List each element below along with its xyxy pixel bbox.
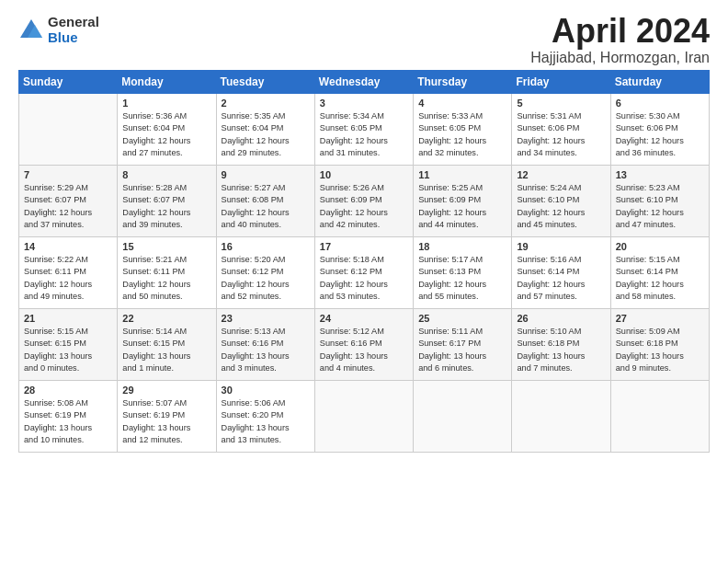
page: General Blue April 2024 Hajjiabad, Hormo… xyxy=(0,0,728,462)
col-header-monday: Monday xyxy=(118,71,216,94)
day-cell: 29Sunrise: 5:07 AMSunset: 6:19 PMDayligh… xyxy=(118,381,216,453)
day-number: 5 xyxy=(517,98,605,109)
week-row-3: 14Sunrise: 5:22 AMSunset: 6:11 PMDayligh… xyxy=(19,237,710,309)
header: General Blue April 2024 Hajjiabad, Hormo… xyxy=(18,15,710,66)
day-number: 9 xyxy=(222,169,310,180)
day-number: 16 xyxy=(222,241,310,252)
day-cell: 5Sunrise: 5:31 AMSunset: 6:06 PMDaylight… xyxy=(512,94,610,166)
day-info: Sunrise: 5:27 AMSunset: 6:08 PMDaylight:… xyxy=(222,182,310,231)
col-header-tuesday: Tuesday xyxy=(216,71,314,94)
day-info: Sunrise: 5:16 AMSunset: 6:14 PMDaylight:… xyxy=(517,254,605,303)
day-number: 21 xyxy=(24,313,112,324)
week-row-2: 7Sunrise: 5:29 AMSunset: 6:07 PMDaylight… xyxy=(19,166,710,237)
day-number: 24 xyxy=(320,313,408,324)
day-number: 25 xyxy=(418,313,506,324)
day-number: 20 xyxy=(616,241,704,252)
day-number: 7 xyxy=(24,169,112,180)
day-info: Sunrise: 5:18 AMSunset: 6:12 PMDaylight:… xyxy=(320,254,408,303)
day-number: 23 xyxy=(222,313,310,324)
day-info: Sunrise: 5:33 AMSunset: 6:05 PMDaylight:… xyxy=(418,110,506,159)
day-number: 8 xyxy=(122,169,210,180)
day-number: 17 xyxy=(320,241,408,252)
day-cell: 1Sunrise: 5:36 AMSunset: 6:04 PMDaylight… xyxy=(118,94,216,166)
day-info: Sunrise: 5:20 AMSunset: 6:12 PMDaylight:… xyxy=(222,254,310,303)
day-info: Sunrise: 5:15 AMSunset: 6:14 PMDaylight:… xyxy=(616,254,704,303)
day-cell: 19Sunrise: 5:16 AMSunset: 6:14 PMDayligh… xyxy=(512,237,610,309)
day-cell: 28Sunrise: 5:08 AMSunset: 6:19 PMDayligh… xyxy=(19,381,118,453)
day-number: 6 xyxy=(616,98,704,109)
day-info: Sunrise: 5:34 AMSunset: 6:05 PMDaylight:… xyxy=(320,110,408,159)
col-header-wednesday: Wednesday xyxy=(314,71,413,94)
logo-text: General Blue xyxy=(48,15,99,45)
day-cell: 13Sunrise: 5:23 AMSunset: 6:10 PMDayligh… xyxy=(610,166,709,237)
day-info: Sunrise: 5:23 AMSunset: 6:10 PMDaylight:… xyxy=(616,182,704,231)
header-row: SundayMondayTuesdayWednesdayThursdayFrid… xyxy=(19,71,710,94)
day-cell: 12Sunrise: 5:24 AMSunset: 6:10 PMDayligh… xyxy=(512,166,610,237)
day-cell: 2Sunrise: 5:35 AMSunset: 6:04 PMDaylight… xyxy=(216,94,314,166)
day-number: 15 xyxy=(122,241,210,252)
day-number: 19 xyxy=(517,241,605,252)
day-cell: 22Sunrise: 5:14 AMSunset: 6:15 PMDayligh… xyxy=(118,309,216,381)
day-number: 22 xyxy=(122,313,210,324)
day-info: Sunrise: 5:08 AMSunset: 6:19 PMDaylight:… xyxy=(24,397,112,446)
day-cell: 8Sunrise: 5:28 AMSunset: 6:07 PMDaylight… xyxy=(118,166,216,237)
day-info: Sunrise: 5:31 AMSunset: 6:06 PMDaylight:… xyxy=(517,110,605,159)
col-header-friday: Friday xyxy=(512,71,610,94)
week-row-5: 28Sunrise: 5:08 AMSunset: 6:19 PMDayligh… xyxy=(19,381,710,453)
day-number: 18 xyxy=(418,241,506,252)
day-cell xyxy=(314,381,413,453)
day-info: Sunrise: 5:14 AMSunset: 6:15 PMDaylight:… xyxy=(122,326,210,374)
day-cell: 10Sunrise: 5:26 AMSunset: 6:09 PMDayligh… xyxy=(314,166,413,237)
day-cell: 7Sunrise: 5:29 AMSunset: 6:07 PMDaylight… xyxy=(19,166,118,237)
month-title: April 2024 xyxy=(530,15,710,48)
day-number: 11 xyxy=(418,169,506,180)
day-info: Sunrise: 5:24 AMSunset: 6:10 PMDaylight:… xyxy=(517,182,605,231)
day-info: Sunrise: 5:07 AMSunset: 6:19 PMDaylight:… xyxy=(122,397,210,446)
logo-icon xyxy=(18,17,44,43)
day-number: 10 xyxy=(320,169,408,180)
day-info: Sunrise: 5:21 AMSunset: 6:11 PMDaylight:… xyxy=(122,254,210,303)
day-number: 2 xyxy=(222,98,310,109)
logo-general-label: General xyxy=(48,15,99,30)
day-number: 1 xyxy=(122,98,210,109)
day-number: 13 xyxy=(616,169,704,180)
day-cell: 15Sunrise: 5:21 AMSunset: 6:11 PMDayligh… xyxy=(118,237,216,309)
day-info: Sunrise: 5:10 AMSunset: 6:18 PMDaylight:… xyxy=(517,326,605,374)
day-info: Sunrise: 5:09 AMSunset: 6:18 PMDaylight:… xyxy=(616,326,704,374)
day-cell: 6Sunrise: 5:30 AMSunset: 6:06 PMDaylight… xyxy=(610,94,709,166)
day-info: Sunrise: 5:17 AMSunset: 6:13 PMDaylight:… xyxy=(418,254,506,303)
day-info: Sunrise: 5:28 AMSunset: 6:07 PMDaylight:… xyxy=(122,182,210,231)
day-cell: 30Sunrise: 5:06 AMSunset: 6:20 PMDayligh… xyxy=(216,381,314,453)
day-number: 3 xyxy=(320,98,408,109)
day-cell xyxy=(512,381,610,453)
day-cell: 23Sunrise: 5:13 AMSunset: 6:16 PMDayligh… xyxy=(216,309,314,381)
day-cell xyxy=(610,381,709,453)
day-info: Sunrise: 5:15 AMSunset: 6:15 PMDaylight:… xyxy=(24,326,112,374)
day-cell xyxy=(19,94,118,166)
col-header-thursday: Thursday xyxy=(414,71,512,94)
logo-blue-label: Blue xyxy=(48,30,99,46)
day-cell: 20Sunrise: 5:15 AMSunset: 6:14 PMDayligh… xyxy=(610,237,709,309)
day-info: Sunrise: 5:36 AMSunset: 6:04 PMDaylight:… xyxy=(122,110,210,159)
day-cell: 3Sunrise: 5:34 AMSunset: 6:05 PMDaylight… xyxy=(314,94,413,166)
day-number: 26 xyxy=(517,313,605,324)
day-info: Sunrise: 5:22 AMSunset: 6:11 PMDaylight:… xyxy=(24,254,112,303)
day-cell: 9Sunrise: 5:27 AMSunset: 6:08 PMDaylight… xyxy=(216,166,314,237)
day-cell: 4Sunrise: 5:33 AMSunset: 6:05 PMDaylight… xyxy=(414,94,512,166)
day-number: 29 xyxy=(122,385,210,396)
title-block: April 2024 Hajjiabad, Hormozgan, Iran xyxy=(530,15,710,66)
day-info: Sunrise: 5:30 AMSunset: 6:06 PMDaylight:… xyxy=(616,110,704,159)
location-title: Hajjiabad, Hormozgan, Iran xyxy=(530,50,710,66)
day-info: Sunrise: 5:13 AMSunset: 6:16 PMDaylight:… xyxy=(222,326,310,374)
day-number: 30 xyxy=(222,385,310,396)
day-info: Sunrise: 5:26 AMSunset: 6:09 PMDaylight:… xyxy=(320,182,408,231)
day-cell xyxy=(414,381,512,453)
day-info: Sunrise: 5:25 AMSunset: 6:09 PMDaylight:… xyxy=(418,182,506,231)
day-cell: 21Sunrise: 5:15 AMSunset: 6:15 PMDayligh… xyxy=(19,309,118,381)
day-cell: 14Sunrise: 5:22 AMSunset: 6:11 PMDayligh… xyxy=(19,237,118,309)
col-header-sunday: Sunday xyxy=(19,71,118,94)
day-cell: 17Sunrise: 5:18 AMSunset: 6:12 PMDayligh… xyxy=(314,237,413,309)
day-cell: 16Sunrise: 5:20 AMSunset: 6:12 PMDayligh… xyxy=(216,237,314,309)
day-cell: 18Sunrise: 5:17 AMSunset: 6:13 PMDayligh… xyxy=(414,237,512,309)
day-number: 14 xyxy=(24,241,112,252)
